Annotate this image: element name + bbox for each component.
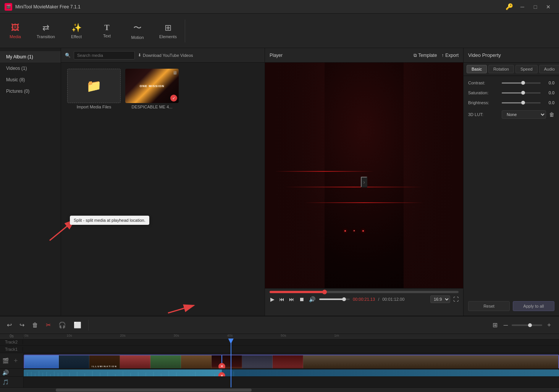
zoom-max-button[interactable]: ＋ — [544, 319, 554, 331]
zoom-handle[interactable] — [528, 323, 532, 327]
contrast-row: Contrast: 0.0 — [468, 81, 554, 85]
strip-frame-6 — [212, 355, 242, 368]
lut-row: 3D LUT: None 🗑 — [468, 110, 554, 119]
in-use-badge: ✓ — [170, 95, 177, 102]
total-time: 00:01:12.00 — [382, 297, 404, 302]
stop-button[interactable]: ⏹ — [298, 295, 305, 303]
volume-handle[interactable] — [342, 297, 346, 301]
ruler-40s: 40s — [227, 334, 233, 337]
delete-lut-button[interactable]: 🗑 — [549, 111, 554, 118]
toolbar-motion[interactable]: 〜 Motion — [122, 14, 153, 48]
timeline-scrollbar[interactable] — [0, 387, 559, 392]
property-panel: Video Property Basic Rotation Speed Audi… — [464, 48, 559, 316]
delete-button[interactable]: 🗑 — [30, 320, 40, 330]
music-track-icon: 🎵 — [2, 379, 9, 385]
strip-frame-5 — [181, 355, 212, 368]
add-video-track-button[interactable]: + — [14, 357, 18, 365]
video-track-content: ILLUMINATION ✕ — [24, 353, 559, 368]
video-track-icon: 🎬 — [2, 358, 9, 364]
progress-fill — [270, 291, 325, 293]
music-track-row: 🎵 — [0, 377, 559, 387]
progress-handle[interactable] — [322, 290, 327, 294]
play-button[interactable]: ▶ — [270, 295, 275, 303]
sidebar-item-album[interactable]: My Album (1) — [0, 51, 61, 63]
strip-frame-4 — [150, 355, 181, 368]
timeline-ruler: 0s 0s 10s 20s 30s 40s 50s 1m — [0, 334, 559, 339]
download-icon: ⬇ — [138, 53, 141, 58]
ruler-20s: 20s — [120, 334, 126, 337]
export-button[interactable]: ↑ Export — [441, 53, 459, 58]
strip-frame-end — [303, 355, 558, 368]
tab-basic[interactable]: Basic — [467, 65, 487, 73]
laser-line-2 — [305, 202, 423, 203]
toolbar-text[interactable]: T Text — [92, 14, 122, 48]
toolbar-transition-label: Transition — [37, 34, 55, 39]
strip-frame-7 — [242, 355, 273, 368]
fullscreen-button[interactable]: ⛶ — [453, 296, 459, 302]
video-strip[interactable]: ILLUMINATION ✕ — [24, 355, 559, 368]
minimize-button[interactable]: ─ — [516, 2, 528, 12]
brightness-fill — [502, 102, 521, 103]
svg-text:✕: ✕ — [220, 374, 223, 376]
media-file-despicable[interactable]: ONE MISSION ✓ 🖥 DESPICABLE ME 4... — [125, 69, 179, 109]
redo-button[interactable]: ↪ — [17, 320, 27, 330]
saturation-slider[interactable] — [502, 92, 541, 94]
contrast-label: Contrast: — [468, 81, 499, 85]
player-header: Player ⧉ Template ↑ Export — [265, 48, 463, 63]
search-input[interactable] — [74, 51, 135, 60]
track1-content — [23, 346, 559, 353]
import-media-thumb[interactable]: 📁 Import Media Files — [67, 69, 121, 109]
split-button[interactable]: ✂ — [44, 320, 53, 330]
layers-icon: ⧉ — [414, 53, 417, 58]
prev-frame-button[interactable]: ⏮ — [278, 295, 285, 303]
saturation-row: Saturation: 0.0 — [468, 90, 554, 95]
reset-button[interactable]: Reset — [468, 301, 510, 311]
maximize-button[interactable]: □ — [529, 2, 541, 12]
toolbar-effect[interactable]: ✨ Effect — [61, 14, 92, 48]
zoom-slider[interactable] — [512, 324, 542, 326]
tab-speed[interactable]: Speed — [515, 65, 538, 73]
contrast-slider[interactable] — [502, 82, 541, 84]
sidebar-item-music[interactable]: Music (8) — [0, 74, 61, 85]
toolbar-media[interactable]: 🖼 Media — [0, 14, 31, 48]
progress-bar[interactable] — [270, 291, 459, 293]
sidebar-item-pictures[interactable]: Pictures (0) — [0, 85, 61, 97]
search-icon: 🔍 — [65, 53, 71, 58]
movie-title-text: ONE MISSION — [140, 84, 164, 88]
contrast-handle[interactable] — [521, 81, 525, 85]
collapse-panel-button[interactable]: › — [361, 177, 367, 187]
saturation-handle[interactable] — [521, 91, 525, 95]
media-panel: 🔍 ⬇ Download YouTube Videos 📁 Import Med… — [61, 48, 265, 316]
property-tabs: Basic Rotation Speed Audio — [464, 63, 559, 76]
volume-bar[interactable] — [319, 298, 350, 300]
undo-button[interactable]: ↩ — [5, 320, 14, 330]
lut-select[interactable]: None — [502, 110, 546, 119]
scroll-thumb[interactable] — [56, 389, 251, 392]
sidebar-item-videos[interactable]: Videos (1) — [0, 63, 61, 74]
detach-audio-button[interactable]: 🎧 — [56, 320, 68, 330]
export-icon: ↑ — [441, 53, 444, 58]
apply-all-button[interactable]: Apply to all — [513, 301, 554, 311]
volume-button[interactable]: 🔊 — [308, 295, 316, 303]
zoom-in-button[interactable]: ⊞ — [490, 320, 500, 330]
toolbar-elements[interactable]: ⊞ Elements — [153, 14, 183, 48]
tab-audio[interactable]: Audio — [539, 65, 559, 73]
brightness-slider[interactable] — [502, 102, 541, 103]
brightness-handle[interactable] — [521, 101, 525, 105]
property-actions: Reset Apply to all — [464, 301, 559, 316]
aspect-ratio-select[interactable]: 16:9 4:3 1:1 9:16 — [430, 295, 450, 303]
tab-rotation[interactable]: Rotation — [488, 65, 514, 73]
key-icon: 🔑 — [506, 3, 513, 10]
template-button[interactable]: ⧉ Template — [414, 53, 437, 58]
file-label: DESPICABLE ME 4... — [132, 105, 173, 109]
import-label: Import Media Files — [77, 105, 111, 109]
toolbar-transition[interactable]: ⇄ Transition — [31, 14, 61, 48]
timeline-tracks: 0s 0s 10s 20s 30s 40s 50s 1m Track2 Trac… — [0, 334, 559, 387]
download-youtube-button[interactable]: ⬇ Download YouTube Videos — [138, 53, 193, 58]
zoom-out-button[interactable]: ─ — [501, 320, 510, 330]
crop-button[interactable]: ⬜ — [71, 320, 84, 330]
next-frame-button[interactable]: ⏭ — [288, 295, 295, 303]
audio-track-row: 🔊 — [0, 369, 559, 377]
close-button[interactable]: ✕ — [542, 2, 554, 12]
contrast-value: 0.0 — [544, 81, 554, 85]
